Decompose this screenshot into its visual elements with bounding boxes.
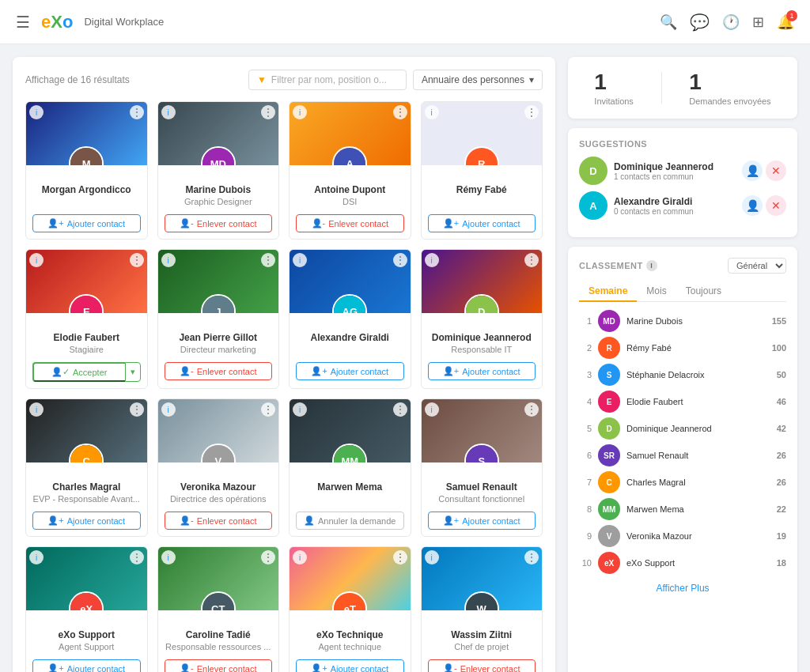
period-tab[interactable]: Semaine — [579, 281, 637, 302]
cancel-request-button[interactable]: 👤 Annuler la demande — [296, 512, 404, 530]
card-more-button[interactable]: ⋮ — [393, 402, 407, 417]
suggestion-ignore-button[interactable]: ✕ — [766, 160, 786, 181]
card-more-button[interactable]: ⋮ — [393, 105, 407, 119]
suggestion-name: Dominique Jeannerod — [614, 161, 736, 172]
card-info-button[interactable]: i — [29, 402, 44, 417]
card-more-button[interactable]: ⋮ — [130, 550, 144, 564]
period-tab[interactable]: Mois — [637, 281, 676, 302]
card-more-button[interactable]: ⋮ — [261, 253, 275, 267]
card-more-button[interactable]: ⋮ — [261, 550, 275, 564]
rank-number: 9 — [579, 531, 592, 541]
grid-icon[interactable]: ⊞ — [752, 13, 764, 31]
period-tabs: SemaineMoisToujours — [579, 281, 786, 302]
invitations-box: 1 Invitations 1 Demandes envoyées — [568, 57, 797, 119]
card-info-button[interactable]: i — [425, 402, 439, 417]
card-info-button[interactable]: i — [29, 253, 44, 267]
whatsapp-icon[interactable]: 💬 — [690, 13, 710, 32]
add-contact-button[interactable]: 👤+ Ajouter contact — [296, 659, 404, 672]
bell-icon[interactable]: 🔔1 — [777, 13, 794, 31]
card-more-button[interactable]: ⋮ — [130, 105, 144, 119]
card-name: Wassim Ziitni — [428, 629, 536, 640]
accept-contact-button[interactable]: 👤✓ Accepter — [32, 362, 125, 382]
classement-title-text: CLASSEMENT — [579, 261, 643, 270]
card-body: Elodie Faubert Stagiaire 👤✓ Accepter▾ — [26, 313, 147, 388]
card-info-button[interactable]: i — [425, 105, 439, 119]
card-info-button[interactable]: i — [29, 550, 44, 564]
logo: eXo — [41, 12, 73, 32]
card-cover: i ⋮ A — [290, 102, 411, 165]
card-info-button[interactable]: i — [29, 105, 44, 119]
rank-avatar: V — [598, 525, 620, 547]
period-tab[interactable]: Toujours — [676, 281, 731, 302]
person-card: i ⋮ J Jean Pierre Gillot Directeur marke… — [157, 249, 280, 389]
card-more-button[interactable]: ⋮ — [261, 105, 275, 119]
rank-avatar: eX — [598, 552, 620, 574]
person-card: i ⋮ W Wassim Ziitni Chef de projet 👤- En… — [421, 546, 543, 672]
card-name: Alexandre Giraldi — [296, 332, 404, 343]
card-more-button[interactable]: ⋮ — [261, 402, 275, 417]
rank-name: Rémy Fabé — [626, 343, 766, 353]
card-avatar: eX — [69, 591, 104, 610]
classement-info-icon[interactable]: i — [646, 260, 657, 271]
accept-dropdown-button[interactable]: ▾ — [125, 362, 141, 382]
add-contact-button[interactable]: 👤+ Ajouter contact — [428, 362, 536, 380]
rank-item: 6 SR Samuel Renault 26 — [579, 444, 786, 466]
add-contact-button[interactable]: 👤+ Ajouter contact — [32, 214, 141, 232]
card-info-button[interactable]: i — [425, 253, 439, 267]
classement-dropdown[interactable]: Général — [728, 258, 786, 274]
suggestion-ignore-button[interactable]: ✕ — [766, 195, 786, 216]
clock-icon[interactable]: 🕐 — [722, 13, 740, 31]
remove-contact-icon: 👤- — [312, 218, 326, 228]
card-action: 👤- Enlever contact — [165, 214, 273, 232]
card-more-button[interactable]: ⋮ — [393, 253, 407, 267]
card-info-button[interactable]: i — [425, 550, 439, 564]
suggestion-add-button[interactable]: 👤 — [742, 195, 763, 216]
person-card: i ⋮ C Charles Magral EVP - Responsable A… — [25, 398, 148, 537]
card-more-button[interactable]: ⋮ — [524, 550, 539, 564]
card-info-button[interactable]: i — [293, 253, 307, 267]
card-more-button[interactable]: ⋮ — [524, 402, 539, 417]
card-info-button[interactable]: i — [161, 105, 176, 119]
card-more-button[interactable]: ⋮ — [524, 105, 539, 119]
add-contact-button[interactable]: 👤+ Ajouter contact — [32, 659, 141, 672]
card-info-button[interactable]: i — [293, 550, 307, 564]
add-contact-button[interactable]: 👤+ Ajouter contact — [296, 362, 404, 380]
invitations-item[interactable]: 1 Invitations — [594, 70, 634, 106]
card-more-button[interactable]: ⋮ — [524, 253, 539, 267]
card-action: 👤 Annuler la demande — [296, 512, 404, 530]
remove-contact-button[interactable]: 👤- Enlever contact — [165, 512, 273, 530]
card-info-button[interactable]: i — [293, 402, 307, 417]
card-cover: i ⋮ AG — [290, 250, 411, 313]
remove-contact-button[interactable]: 👤- Enlever contact — [165, 362, 273, 380]
remove-contact-button[interactable]: 👤- Enlever contact — [165, 659, 273, 672]
card-role: Graphic Designer — [165, 197, 273, 208]
show-more-link[interactable]: Afficher Plus — [656, 583, 709, 594]
add-contact-button[interactable]: 👤+ Ajouter contact — [428, 214, 536, 232]
card-role — [428, 197, 536, 208]
card-more-button[interactable]: ⋮ — [393, 550, 407, 564]
search-icon[interactable]: 🔍 — [660, 13, 677, 31]
remove-contact-button[interactable]: 👤- Enlever contact — [428, 659, 536, 672]
add-contact-button[interactable]: 👤+ Ajouter contact — [32, 512, 141, 530]
card-more-button[interactable]: ⋮ — [130, 253, 144, 267]
card-role: Agent Support — [32, 642, 141, 653]
card-role: Consultant fonctionnel — [428, 494, 536, 505]
menu-icon[interactable]: ☰ — [16, 13, 30, 32]
directory-dropdown[interactable]: Annuaire des personnes ▾ — [413, 70, 543, 90]
card-info-button[interactable]: i — [161, 402, 176, 417]
card-info-button[interactable]: i — [293, 105, 307, 119]
card-avatar: D — [464, 294, 499, 313]
card-info-button[interactable]: i — [161, 550, 176, 564]
filter-input[interactable]: ▼ Filtrer par nom, position o... — [248, 70, 407, 90]
sent-requests-item[interactable]: 1 Demandes envoyées — [689, 70, 770, 106]
suggestion-add-button[interactable]: 👤 — [742, 160, 763, 181]
card-more-button[interactable]: ⋮ — [130, 402, 144, 417]
rank-avatar: D — [598, 417, 620, 440]
rank-item: 4 E Elodie Faubert 46 — [579, 391, 786, 413]
remove-contact-button[interactable]: 👤- Enlever contact — [296, 214, 404, 232]
card-name: Marwen Mema — [296, 481, 404, 493]
remove-contact-button[interactable]: 👤- Enlever contact — [165, 214, 273, 232]
add-contact-button[interactable]: 👤+ Ajouter contact — [428, 512, 536, 530]
rank-number: 1 — [579, 316, 592, 326]
card-info-button[interactable]: i — [161, 253, 176, 267]
